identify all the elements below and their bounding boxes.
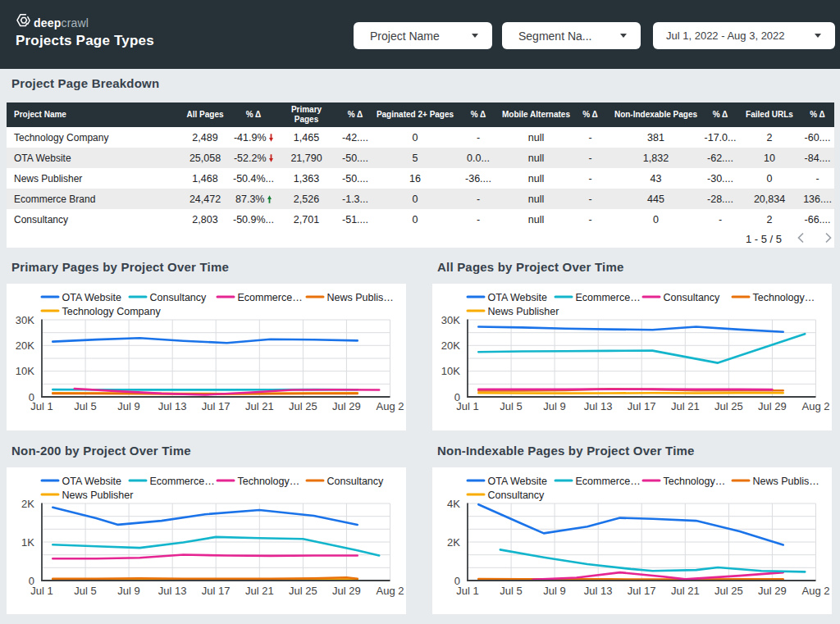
svg-text:10K: 10K [441, 365, 460, 377]
svg-text:Jul 25: Jul 25 [714, 400, 743, 412]
svg-text:1K: 1K [21, 536, 34, 549]
svg-text:Technology…: Technology… [753, 292, 815, 303]
svg-text:Jul 5: Jul 5 [500, 585, 522, 597]
svg-text:News Publisher: News Publisher [62, 490, 134, 501]
svg-text:Ecommerce…: Ecommerce… [576, 292, 641, 303]
svg-text:Jul 9: Jul 9 [117, 400, 139, 412]
svg-text:4K: 4K [447, 498, 460, 510]
svg-text:2K: 2K [21, 498, 34, 510]
svg-text:Jul 21: Jul 21 [245, 400, 274, 412]
svg-text:Jul 9: Jul 9 [117, 585, 139, 597]
svg-text:Ecommerce…: Ecommerce… [576, 476, 641, 487]
svg-text:Jul 29: Jul 29 [332, 585, 361, 597]
svg-text:Ecommerce…: Ecommerce… [150, 476, 215, 487]
svg-text:20K: 20K [16, 339, 34, 352]
svg-text:Jul 13: Jul 13 [584, 400, 613, 412]
svg-text:Jul 1: Jul 1 [456, 400, 478, 412]
svg-text:Jul 17: Jul 17 [628, 585, 656, 597]
svg-text:Jul 5: Jul 5 [74, 400, 96, 412]
svg-text:Technology…: Technology… [238, 476, 300, 487]
svg-text:Jul 17: Jul 17 [202, 585, 231, 597]
svg-text:News Publisher: News Publisher [488, 306, 559, 317]
svg-text:Aug 2: Aug 2 [802, 585, 830, 597]
svg-text:Consultancy: Consultancy [150, 292, 208, 303]
svg-text:Technology…: Technology… [664, 476, 726, 487]
svg-text:30K: 30K [441, 314, 460, 326]
svg-text:Jul 9: Jul 9 [543, 400, 565, 412]
svg-text:Jul 9: Jul 9 [543, 585, 565, 597]
svg-text:Jul 1: Jul 1 [456, 585, 478, 597]
svg-text:Jul 13: Jul 13 [158, 585, 187, 597]
svg-text:News Publis…: News Publis… [753, 476, 819, 487]
svg-text:2K: 2K [447, 536, 460, 549]
svg-text:Consultancy: Consultancy [327, 476, 385, 487]
svg-text:Jul 29: Jul 29 [332, 400, 361, 412]
svg-text:News Publis…: News Publis… [327, 292, 394, 303]
svg-text:Jul 17: Jul 17 [628, 400, 656, 412]
svg-text:Jul 25: Jul 25 [714, 585, 743, 597]
svg-text:Jul 21: Jul 21 [245, 585, 274, 597]
svg-text:10K: 10K [16, 365, 34, 377]
svg-text:Jul 5: Jul 5 [74, 585, 96, 597]
svg-text:Jul 21: Jul 21 [671, 585, 700, 597]
svg-text:Ecommerce…: Ecommerce… [238, 292, 303, 303]
svg-text:Jul 1: Jul 1 [30, 400, 52, 412]
svg-text:Jul 17: Jul 17 [202, 400, 231, 412]
svg-text:OTA Website: OTA Website [62, 292, 122, 303]
svg-text:OTA Website: OTA Website [62, 476, 122, 487]
svg-text:20K: 20K [441, 339, 460, 352]
svg-text:Aug 2: Aug 2 [802, 400, 830, 412]
svg-text:Jul 25: Jul 25 [289, 585, 317, 597]
svg-text:Consultancy: Consultancy [488, 490, 546, 501]
svg-text:Jul 29: Jul 29 [758, 585, 787, 597]
svg-text:Jul 5: Jul 5 [500, 400, 522, 412]
svg-text:Jul 25: Jul 25 [289, 400, 317, 412]
svg-text:Jul 13: Jul 13 [584, 585, 613, 597]
svg-text:Technology Company: Technology Company [62, 306, 162, 317]
svg-text:Jul 1: Jul 1 [30, 585, 52, 597]
svg-text:Consultancy: Consultancy [664, 292, 721, 303]
svg-text:Aug 2: Aug 2 [377, 585, 404, 597]
svg-text:Aug 2: Aug 2 [377, 400, 404, 412]
svg-text:Jul 21: Jul 21 [671, 400, 700, 412]
svg-text:30K: 30K [16, 314, 34, 326]
svg-text:Jul 29: Jul 29 [758, 400, 787, 412]
svg-text:Jul 13: Jul 13 [158, 400, 187, 412]
svg-text:OTA Website: OTA Website [488, 292, 548, 303]
svg-text:OTA Website: OTA Website [488, 476, 548, 487]
